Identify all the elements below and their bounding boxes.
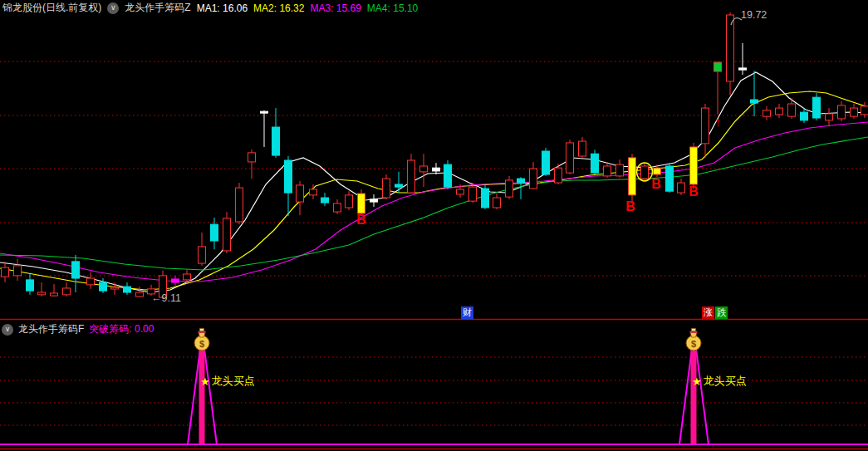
ma1-value: 16.06 xyxy=(223,2,248,14)
sub-signal-value: 0.00 xyxy=(135,323,154,335)
event-flag-finance[interactable]: 财 xyxy=(461,306,473,319)
buy-point-label-2: ★ 龙头买点 xyxy=(692,374,747,389)
ma2-label: MA2: 16.32 xyxy=(253,2,304,14)
signal-spike-bar xyxy=(691,350,697,444)
sub-signal-label: 突破筹码: 0.00 xyxy=(89,322,154,336)
sub-indicator-name: 龙头作手筹码F xyxy=(18,322,84,336)
low-price-annotation: ←9.11 xyxy=(151,292,181,304)
ma3-name: MA3: xyxy=(310,2,333,14)
signal-spike-bar xyxy=(199,350,205,444)
ma1-label: MA1: 16.06 xyxy=(197,2,248,14)
buy-point-text: 龙头买点 xyxy=(212,374,255,389)
chevron-down-icon[interactable]: ∨ xyxy=(107,2,119,14)
ma3-value: 15.69 xyxy=(336,2,361,14)
svg-text:B: B xyxy=(625,199,635,213)
star-icon: ★ xyxy=(692,375,702,388)
chevron-glyph: ∨ xyxy=(5,326,11,333)
main-chart-title-bar: 锦龙股份(日线.前复权) ∨ 龙头作手筹码Z MA1: 16.06 MA2: 1… xyxy=(2,1,418,15)
candles-layer xyxy=(2,12,868,299)
svg-text:$: $ xyxy=(199,339,204,349)
grid-lines xyxy=(0,61,868,425)
svg-text:B: B xyxy=(356,213,366,227)
ma3-label: MA3: 15.69 xyxy=(310,2,360,14)
ma4-value: 15.10 xyxy=(393,2,418,14)
svg-text:B: B xyxy=(689,184,699,199)
ma-lines xyxy=(0,72,868,292)
money-bag-icon: $ xyxy=(686,329,701,351)
ma4-name: MA4: xyxy=(367,2,390,14)
chevron-glyph: ∨ xyxy=(110,4,116,12)
stock-title: 锦龙股份(日线.前复权) xyxy=(2,1,101,15)
ma2-value: 16.32 xyxy=(279,2,304,14)
buy-point-text: 龙头买点 xyxy=(704,374,747,389)
chevron-down-icon[interactable]: ∨ xyxy=(2,324,13,336)
ma1-name: MA1: xyxy=(197,2,220,14)
sub-signal-name: 突破筹码: xyxy=(89,323,131,335)
up-arrow-icon: ↑ xyxy=(714,115,721,129)
sub-chart-title-bar: ∨ 龙头作手筹码F 突破筹码: 0.00 xyxy=(2,322,154,336)
high-price-annotation: 19.72 xyxy=(741,9,767,21)
svg-text:B: B xyxy=(651,177,661,191)
ma4-label: MA4: 15.10 xyxy=(367,2,418,14)
star-icon: ★ xyxy=(200,375,210,388)
ma2-name: MA2: xyxy=(253,2,277,14)
buy-point-label-1: ★ 龙头买点 xyxy=(200,374,255,389)
event-flag-limit-down[interactable]: 跌 xyxy=(715,306,728,319)
svg-text:$: $ xyxy=(691,339,696,349)
money-bag-icon: $ xyxy=(194,329,209,351)
trading-app-window: BBBB↑$$ 锦龙股份(日线.前复权) ∨ 龙头作手筹码Z MA1: 16.0… xyxy=(0,0,868,451)
event-flag-limit-up[interactable]: 涨 xyxy=(702,306,714,319)
main-indicator-name: 龙头作手筹码Z xyxy=(125,1,190,15)
